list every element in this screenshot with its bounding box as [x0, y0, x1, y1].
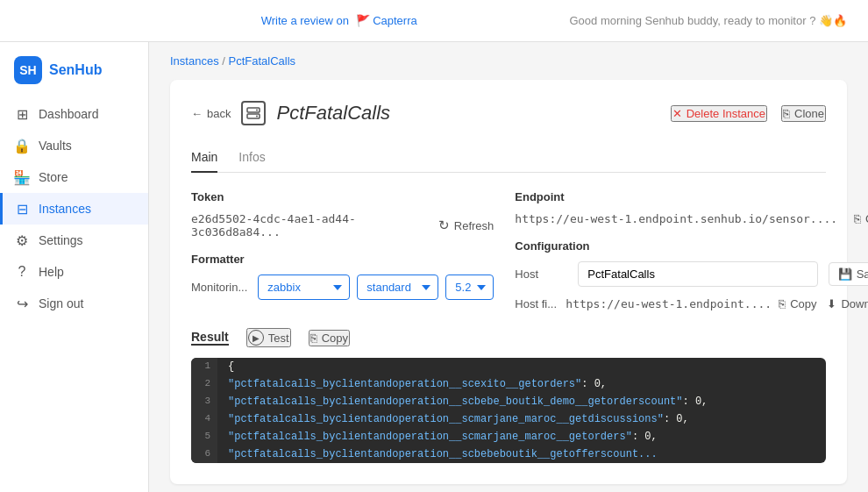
sidebar-label-settings: Settings [39, 233, 83, 247]
logo-icon: SH [14, 56, 42, 84]
standard-select[interactable]: standard advanced [357, 275, 438, 300]
two-column-layout: Token e26d5502-4cdc-4ae1-ad44-3c036d8a84… [191, 190, 826, 310]
config-label: Configuration [515, 239, 868, 253]
sidebar: SH SenHub ⊞ Dashboard 🔒 Vaults 🏪 Store ⊟… [0, 42, 149, 492]
config-host-row: Host 💾 Save [515, 261, 868, 287]
token-value: e26d5502-4cdc-4ae1-ad44-3c036d8a84... [191, 212, 431, 239]
test-label: Test [268, 332, 289, 345]
code-line-1: 1 { [191, 358, 826, 375]
capterra-link[interactable]: 🚩 Capterra [356, 14, 417, 27]
code-line-3: 3 "pctfatalcalls_byclientandoperation__s… [191, 393, 826, 410]
topbar: Write a review on 🚩 Capterra Good mornin… [0, 0, 868, 42]
clone-icon: ⎘ [783, 107, 790, 120]
sidebar-item-instances[interactable]: ⊟ Instances [0, 193, 148, 225]
store-icon: 🏪 [14, 169, 30, 185]
back-label: back [207, 107, 231, 120]
logo-text: SenHub [49, 62, 102, 78]
right-column: Endpoint https://eu-west-1.endpoint.senh… [515, 190, 868, 310]
signout-icon: ↪ [14, 296, 30, 311]
sidebar-item-vaults[interactable]: 🔒 Vaults [0, 130, 148, 161]
sidebar-item-dashboard[interactable]: ⊞ Dashboard [0, 98, 148, 130]
svg-point-3 [256, 116, 258, 118]
hostfile-download-button[interactable]: ⬇ Download [827, 297, 868, 310]
refresh-button[interactable]: ↻ Refresh [438, 217, 494, 233]
host-label: Host [515, 267, 567, 281]
endpoint-value: https://eu-west-1.endpoint.senhub.io/sen… [515, 212, 847, 225]
card-header-right: ✕ Delete Instance ⎘ Clone [671, 105, 826, 122]
help-icon: ? [14, 264, 30, 280]
delete-icon: ✕ [672, 107, 682, 120]
code-block: 1 { 2 "pctfatalcalls_byclientandoperatio… [191, 358, 826, 463]
sidebar-label-instances: Instances [39, 202, 91, 216]
result-copy-label: Copy [322, 332, 348, 345]
result-copy-icon: ⎘ [310, 332, 317, 345]
sidebar-label-signout: Sign out [39, 296, 83, 310]
hostfile-row: Host fi... https://eu-west-1.endpoint...… [515, 297, 868, 310]
sidebar-item-help[interactable]: ? Help [0, 256, 148, 288]
code-line-5: 5 "pctfatalcalls_byclientandoperation__s… [191, 428, 826, 446]
token-label: Token [191, 190, 494, 203]
hostfile-value: https://eu-west-1.endpoint.... [566, 297, 772, 310]
code-line-6: 6 "pctfatalcalls_byclientandoperation__s… [191, 446, 826, 463]
hostfile-copy-button[interactable]: ⎘ Copy [779, 297, 816, 310]
endpoint-row: https://eu-west-1.endpoint.senhub.io/sen… [515, 212, 868, 225]
clone-button[interactable]: ⎘ Clone [781, 105, 826, 122]
tab-infos[interactable]: Infos [238, 143, 265, 173]
breadcrumb-parent[interactable]: Instances [170, 54, 219, 68]
save-label: Save [857, 267, 868, 281]
hostfile-label: Host fi... [515, 297, 559, 310]
monitoring-label: Monitorin... [191, 281, 247, 294]
instance-type-icon [241, 101, 266, 125]
main-content: Instances / PctFatalCalls ← back [149, 42, 868, 492]
clone-label: Clone [794, 107, 824, 120]
breadcrumb-separator: / [222, 54, 228, 68]
refresh-label: Refresh [454, 219, 494, 232]
dashboard-icon: ⊞ [14, 106, 30, 122]
test-button[interactable]: ▶ Test [246, 328, 291, 347]
breadcrumb: Instances / PctFatalCalls [149, 42, 868, 80]
result-tabs: Result ▶ Test ⎘ Copy [191, 328, 826, 347]
breadcrumb-current[interactable]: PctFatalCalls [229, 54, 296, 68]
settings-icon: ⚙ [14, 232, 30, 248]
result-tab[interactable]: Result [191, 330, 229, 346]
hostfile-copy-label: Copy [790, 297, 816, 310]
sidebar-label-store: Store [39, 170, 68, 184]
download-icon: ⬇ [827, 297, 836, 310]
vaults-icon: 🔒 [14, 138, 30, 153]
code-line-4: 4 "pctfatalcalls_byclientandoperation__s… [191, 410, 826, 428]
formatter-select[interactable]: zabbix prometheus json [258, 275, 350, 300]
sidebar-logo: SH SenHub [0, 56, 148, 98]
instance-card: ← back PctFatalCalls [170, 80, 847, 484]
topbar-center: Write a review on 🚩 Capterra [261, 14, 417, 27]
endpoint-copy-button[interactable]: ⎘ Copy [854, 212, 868, 225]
result-section: Result ▶ Test ⎘ Copy 1 { [191, 328, 826, 463]
back-button[interactable]: ← back [191, 107, 231, 120]
tab-main[interactable]: Main [191, 143, 217, 173]
delete-instance-button[interactable]: ✕ Delete Instance [671, 105, 767, 122]
save-icon: 💾 [838, 267, 852, 281]
host-input[interactable] [578, 261, 817, 287]
hostfile-copy-icon: ⎘ [779, 297, 786, 310]
endpoint-label: Endpoint [515, 190, 868, 203]
token-row: e26d5502-4cdc-4ae1-ad44-3c036d8a84... ↻ … [191, 212, 494, 239]
instances-icon: ⊟ [14, 201, 30, 217]
result-copy-button[interactable]: ⎘ Copy [309, 330, 350, 346]
copy-icon: ⎘ [854, 212, 861, 225]
sidebar-label-help: Help [39, 265, 64, 279]
hostfile-download-label: Download [841, 297, 868, 310]
sidebar-item-signout[interactable]: ↪ Sign out [0, 288, 148, 319]
sidebar-item-settings[interactable]: ⚙ Settings [0, 225, 148, 256]
version-select[interactable]: 5.2 5.0 4.4 [445, 275, 494, 300]
sidebar-item-store[interactable]: 🏪 Store [0, 161, 148, 193]
delete-label: Delete Instance [687, 107, 765, 120]
sidebar-label-dashboard: Dashboard [39, 107, 99, 121]
sidebar-label-vaults: Vaults [39, 139, 72, 153]
back-arrow-icon: ← [191, 107, 203, 120]
card-header: ← back PctFatalCalls [191, 101, 826, 125]
main-tabs: Main Infos [191, 143, 826, 173]
topbar-greeting: Good morning Senhub buddy, ready to moni… [569, 14, 847, 27]
left-column: Token e26d5502-4cdc-4ae1-ad44-3c036d8a84… [191, 190, 494, 310]
svg-point-2 [256, 110, 258, 111]
card-header-left: ← back PctFatalCalls [191, 101, 390, 125]
save-button[interactable]: 💾 Save [829, 262, 868, 286]
